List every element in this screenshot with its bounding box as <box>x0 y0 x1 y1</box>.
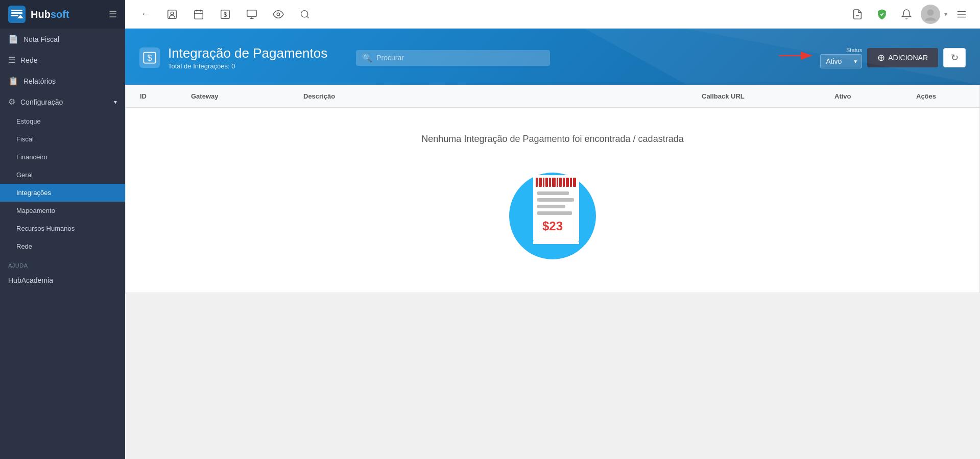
sidebar-item-label: Recursos Humanos <box>16 225 75 232</box>
col-header-descricao: Descrição <box>297 85 696 107</box>
svg-point-6 <box>171 12 174 15</box>
svg-text:$: $ <box>224 11 227 18</box>
empty-state: Nenhuma Integração de Pagamento foi enco… <box>126 108 979 293</box>
add-button-label: ADICIONAR <box>888 54 928 62</box>
svg-rect-45 <box>537 198 574 202</box>
page-icon: $ <box>139 47 160 68</box>
menu-icon-btn[interactable] <box>951 4 972 25</box>
table-header: ID Gateway Descrição Callback URL Ativo … <box>126 85 979 108</box>
svg-rect-43 <box>573 178 576 187</box>
sidebar-item-rede[interactable]: ☰ Rede <box>0 50 125 70</box>
user-icon-btn[interactable] <box>160 2 184 27</box>
sidebar-item-nota-fiscal[interactable]: 📄 Nota Fiscal <box>0 29 125 50</box>
sidebar-item-label: Rede <box>16 243 32 250</box>
sidebar-sub-item-rede[interactable]: Rede <box>0 237 125 255</box>
svg-rect-44 <box>537 191 569 195</box>
refresh-icon: ↻ <box>951 52 959 63</box>
svg-rect-0 <box>8 6 26 23</box>
network-icon: ☰ <box>8 55 15 65</box>
refresh-button[interactable]: ↻ <box>943 48 966 67</box>
sidebar-sub-item-estoque[interactable]: Estoque <box>0 112 125 130</box>
sidebar-sub-item-recursos-humanos[interactable]: Recursos Humanos <box>0 220 125 237</box>
page-header-actions: Status Ativo Inativo <box>820 47 966 68</box>
col-header-ativo: Ativo <box>828 85 910 107</box>
svg-rect-37 <box>552 178 556 187</box>
logo-box <box>8 6 26 23</box>
topnav-right: ▾ <box>847 4 972 25</box>
search-icon-btn[interactable] <box>293 2 317 27</box>
svg-rect-35 <box>545 178 548 187</box>
sidebar-item-label: Fiscal <box>16 135 34 143</box>
col-header-acoes: Ações <box>910 85 971 107</box>
sidebar-item-label: Mapeamento <box>16 207 55 214</box>
sidebar-item-label: Rede <box>20 56 37 64</box>
page-subtitle: Total de Integrações: 0 <box>168 62 327 70</box>
svg-rect-2 <box>11 12 22 14</box>
back-button[interactable]: ← <box>133 2 158 27</box>
page-header: $ Integração de Pagamentos Total de Inte… <box>125 29 980 85</box>
plus-icon: ⊕ <box>877 52 885 63</box>
svg-rect-32 <box>536 178 538 187</box>
sidebar-sub-item-geral[interactable]: Geral <box>0 166 125 184</box>
report-icon: 📋 <box>8 76 18 86</box>
svg-point-17 <box>301 10 308 17</box>
sidebar-collapse-icon[interactable]: ☰ <box>109 9 117 20</box>
svg-rect-3 <box>11 15 18 16</box>
svg-rect-1 <box>11 10 22 11</box>
sidebar-logo: Hubsoft ☰ <box>0 0 125 29</box>
search-icon: 🔍 <box>362 53 372 63</box>
sidebar-item-hubacademia[interactable]: HubAcademia <box>0 271 125 290</box>
empty-message: Nenhuma Integração de Pagamento foi enco… <box>421 134 683 144</box>
sidebar-item-label: Relatórios <box>23 77 56 85</box>
svg-rect-41 <box>566 178 569 187</box>
topnav: ← $ <box>125 0 980 29</box>
svg-rect-7 <box>195 10 203 18</box>
sidebar-item-label: Nota Fiscal <box>23 35 59 43</box>
add-button[interactable]: ⊕ ADICIONAR <box>867 48 938 67</box>
sidebar-sub-item-integracoes[interactable]: Integrações <box>0 184 125 202</box>
sidebar-item-label: Integrações <box>16 189 51 197</box>
shield-icon-btn[interactable] <box>872 4 892 25</box>
sidebar-item-label: Estoque <box>16 117 41 125</box>
status-select[interactable]: Ativo Inativo <box>820 54 862 68</box>
ajuda-section-label: AJUDA <box>0 255 125 271</box>
sidebar-sub-item-financeiro[interactable]: Financeiro <box>0 148 125 166</box>
col-header-id: ID <box>134 85 185 107</box>
status-label: Status <box>820 47 862 53</box>
content-area: $ Integração de Pagamentos Total de Inte… <box>125 29 980 459</box>
svg-rect-39 <box>559 178 562 187</box>
sidebar-item-configuracao[interactable]: ⚙ Configuração ▾ <box>0 91 125 112</box>
svg-rect-47 <box>537 211 572 215</box>
sidebar: Hubsoft ☰ 📄 Nota Fiscal ☰ Rede 📋 Relatór… <box>0 0 125 459</box>
pdf-icon-btn[interactable] <box>847 4 868 25</box>
col-header-gateway: Gateway <box>185 85 297 107</box>
avatar-chevron-icon: ▾ <box>944 11 947 18</box>
dollar-icon-btn[interactable]: $ <box>213 2 237 27</box>
main-content: ← $ <box>125 0 980 459</box>
svg-text:$: $ <box>147 53 152 62</box>
sidebar-item-relatorios[interactable]: 📋 Relatórios <box>0 70 125 91</box>
sidebar-sub-item-mapeamento[interactable]: Mapeamento <box>0 202 125 220</box>
svg-text:$23: $23 <box>542 219 563 233</box>
eye-icon-btn[interactable] <box>266 2 291 27</box>
avatar[interactable] <box>921 5 940 24</box>
document-icon: 📄 <box>8 34 18 44</box>
page-title-wrap: Integração de Pagamentos Total de Integr… <box>168 45 327 70</box>
calendar-icon-btn[interactable] <box>186 2 211 27</box>
bell-icon-btn[interactable] <box>896 4 917 25</box>
svg-line-18 <box>307 16 309 18</box>
search-input[interactable] <box>376 54 544 62</box>
svg-rect-36 <box>549 178 551 187</box>
svg-rect-40 <box>563 178 565 187</box>
gear-icon: ⚙ <box>8 97 15 107</box>
col-header-callback-url: Callback URL <box>696 85 828 107</box>
svg-point-16 <box>277 13 280 16</box>
svg-rect-38 <box>557 178 558 187</box>
table-container: ID Gateway Descrição Callback URL Ativo … <box>125 85 980 293</box>
sidebar-item-label: Configuração <box>20 98 63 106</box>
svg-rect-46 <box>537 205 565 208</box>
svg-rect-34 <box>543 178 544 187</box>
svg-rect-33 <box>539 178 542 187</box>
sidebar-sub-item-fiscal[interactable]: Fiscal <box>0 130 125 148</box>
monitor-icon-btn[interactable] <box>240 2 264 27</box>
